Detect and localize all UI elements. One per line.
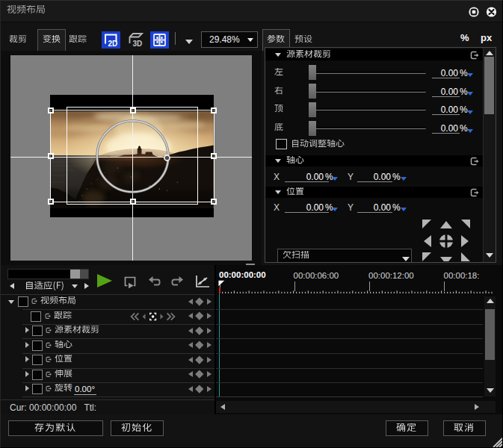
svg-text:2D: 2D [108, 40, 118, 48]
svg-text:3D: 3D [133, 40, 143, 48]
